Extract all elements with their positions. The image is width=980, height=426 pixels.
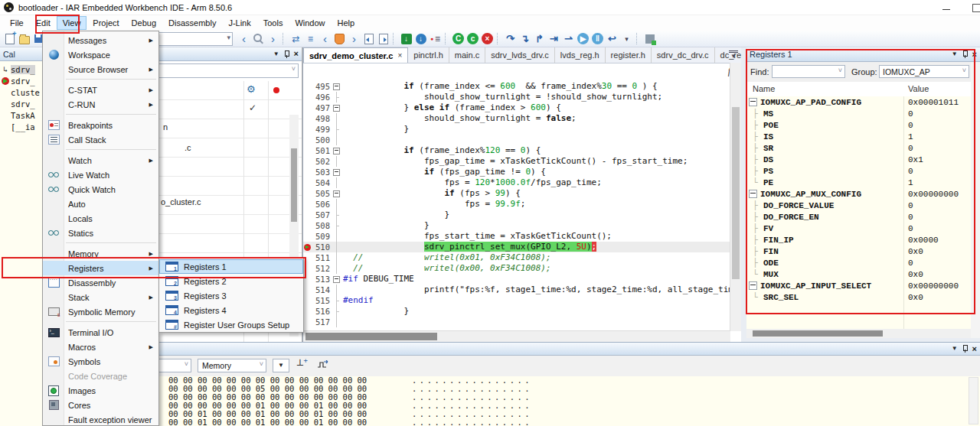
- registers-horizontal-scrollbar[interactable]: [746, 329, 971, 338]
- fold-marker[interactable]: [330, 156, 343, 167]
- submenu-item-registers-1[interactable]: 1Registers 1: [159, 259, 303, 274]
- register-row-poe[interactable]: ├POE0: [746, 119, 971, 131]
- register-row-fin[interactable]: ├FIN0x0: [746, 246, 971, 257]
- pin-icon[interactable]: [284, 50, 289, 58]
- editor-vertical-scrollbar[interactable]: [730, 63, 741, 331]
- fold-marker[interactable]: [330, 276, 343, 283]
- view-menu-item-cores[interactable]: Cores: [43, 398, 158, 412]
- collapse-icon[interactable]: [749, 190, 757, 198]
- menu-file[interactable]: File: [4, 16, 30, 30]
- view-menu-item-locals[interactable]: Locals: [43, 211, 158, 226]
- tab-sdrv-demo-cluster-c[interactable]: sdrv_demo_cluster.c×: [303, 47, 408, 63]
- quick-search-combobox[interactable]: [155, 32, 233, 46]
- memory-hex-view[interactable]: 00 00 00 00 00 00 00 00 00 00 00 00 00 0…: [67, 376, 980, 426]
- memory-scrollbar[interactable]: [969, 377, 978, 424]
- set-data-breakpoint-icon[interactable]: ┴: [297, 359, 303, 371]
- rtos-view-icon[interactable]: [642, 32, 657, 46]
- fold-marker[interactable]: [330, 135, 343, 145]
- close-icon[interactable]: ×: [972, 50, 977, 59]
- fold-marker[interactable]: [330, 252, 343, 263]
- nav-forward-icon[interactable]: [266, 32, 280, 46]
- fold-marker[interactable]: [330, 177, 343, 188]
- download-debug-icon[interactable]: ↓: [413, 32, 428, 46]
- go-icon[interactable]: ▶: [576, 32, 590, 46]
- search-icon[interactable]: [251, 32, 266, 46]
- next-bookmark-icon[interactable]: [347, 32, 361, 46]
- view-menu-item-messages[interactable]: Messages▶: [43, 33, 158, 47]
- register-row-ms[interactable]: ├MS0: [746, 108, 971, 119]
- view-menu-item-auto[interactable]: Auto: [43, 197, 158, 211]
- breakpoint-icon[interactable]: [303, 244, 312, 251]
- tab-pinctrl-h[interactable]: pinctrl.h: [408, 47, 449, 63]
- tab-sdrv-dc-drv-c[interactable]: sdrv_dc_drv.c: [652, 47, 715, 63]
- menu-disassembly[interactable]: Disassembly: [162, 16, 222, 30]
- view-menu-item-stack[interactable]: Stack▶: [43, 290, 158, 304]
- view-menu-item-images[interactable]: Images: [43, 383, 158, 398]
- view-menu-item-terminal-i-o[interactable]: Terminal I/O: [43, 325, 158, 340]
- view-menu-item-disassembly[interactable]: Disassembly: [43, 275, 158, 290]
- fold-marker[interactable]: [330, 105, 343, 112]
- memory-options-button[interactable]: ▼: [273, 359, 289, 372]
- register-row-iomuxc-ap-input-select[interactable]: IOMUXC_AP_INPUT_SELECT0x00000000: [746, 280, 971, 291]
- open-file-icon[interactable]: [17, 32, 31, 46]
- run-to-cursor-icon[interactable]: [561, 32, 576, 46]
- close-icon[interactable]: ×: [972, 345, 977, 353]
- fold-marker[interactable]: [330, 199, 343, 210]
- fold-marker[interactable]: [330, 92, 343, 102]
- next-statement-icon[interactable]: [547, 32, 561, 46]
- new-document-icon[interactable]: [2, 32, 17, 46]
- register-row-ps[interactable]: ├PS0: [746, 165, 971, 177]
- view-menu-item-symbols[interactable]: Symbols: [43, 354, 158, 369]
- menu-view[interactable]: View: [57, 16, 87, 30]
- view-menu-item-statics[interactable]: Statics: [43, 226, 158, 240]
- breakpoint-list-icon[interactable]: [428, 32, 443, 46]
- tab-lvds-reg-h[interactable]: lvds_reg.h: [555, 47, 606, 63]
- pin-icon[interactable]: [962, 345, 968, 353]
- register-row-iomuxc-ap-pad-config[interactable]: IOMUXC_AP_PAD_CONFIG0x00001011: [746, 96, 971, 108]
- pane-menu-icon[interactable]: ▼: [952, 346, 958, 352]
- register-row-is[interactable]: ├IS1: [746, 131, 971, 142]
- submenu-item-registers-3[interactable]: 3Registers 3: [159, 288, 303, 303]
- fold-marker[interactable]: [330, 306, 343, 317]
- menu-window[interactable]: Window: [289, 16, 331, 30]
- submenu-item-registers-4[interactable]: 4Registers 4: [159, 303, 303, 317]
- toggle-source-icon[interactable]: [289, 32, 303, 46]
- step-out-icon[interactable]: [532, 32, 547, 46]
- fold-marker[interactable]: [330, 113, 343, 124]
- prev-bookmark-icon[interactable]: [318, 32, 332, 46]
- fold-marker[interactable]: [330, 220, 343, 231]
- register-row-iomuxc-ap-mux-config[interactable]: IOMUXC_AP_MUX_CONFIG0x00000000: [746, 188, 971, 200]
- fold-marker[interactable]: [330, 210, 343, 220]
- collapse-icon[interactable]: [749, 281, 757, 290]
- maximize-icon[interactable]: [972, 4, 980, 12]
- view-menu-item-workspace[interactable]: Workspace: [43, 47, 158, 62]
- view-menu-item-symbolic-memory[interactable]: Symbolic Memory: [43, 304, 158, 319]
- menu-j-link[interactable]: J-Link: [222, 16, 256, 30]
- menu-help[interactable]: Help: [332, 16, 361, 30]
- bookmark-icon[interactable]: [332, 32, 347, 46]
- tab-list-icon[interactable]: ▼: [729, 50, 738, 60]
- pin-icon[interactable]: [962, 50, 968, 58]
- check-icon[interactable]: ✓: [249, 102, 256, 113]
- menu-project[interactable]: Project: [87, 16, 125, 30]
- pane-menu-icon[interactable]: ▼: [952, 51, 958, 57]
- fold-marker[interactable]: [330, 295, 343, 306]
- view-menu-item-c-stat[interactable]: C-STAT▶: [43, 83, 158, 97]
- fold-marker[interactable]: [330, 148, 343, 154]
- view-menu-item-fault-exception-viewer[interactable]: Fault exception viewer: [43, 412, 158, 426]
- view-menu-item-quick-watch[interactable]: Quick Watch: [43, 182, 158, 197]
- view-menu-item-source-browser[interactable]: Source Browser▶: [43, 62, 158, 76]
- view-menu-item-call-stack[interactable]: Call Stack: [43, 132, 158, 147]
- break-icon[interactable]: ‖: [590, 32, 605, 46]
- submenu-item-register-user-groups-setup[interactable]: #Register User Groups Setup: [159, 317, 303, 332]
- download-flash-icon[interactable]: ↓: [399, 32, 413, 46]
- memory-fill-icon[interactable]: [317, 360, 329, 371]
- close-tab-icon[interactable]: ×: [397, 51, 402, 60]
- fold-marker[interactable]: [330, 285, 343, 295]
- register-row-do-force-value[interactable]: ├DO_FORCE_VALUE0: [746, 200, 971, 211]
- fold-marker[interactable]: [330, 124, 343, 135]
- register-row-ds[interactable]: ├DS0x1: [746, 154, 971, 165]
- reset-icon[interactable]: C: [451, 32, 466, 46]
- register-row-mux[interactable]: └MUX0x0: [746, 268, 971, 280]
- view-menu-item-code-coverage[interactable]: Code Coverage: [43, 369, 158, 383]
